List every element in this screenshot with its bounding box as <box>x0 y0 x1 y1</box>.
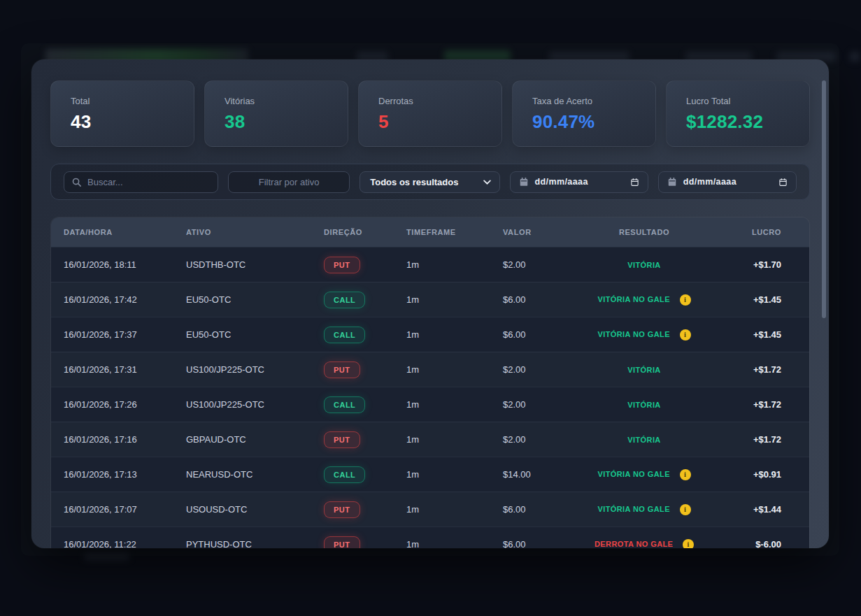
gale-info-icon[interactable]: i <box>680 329 691 341</box>
col-header-result: RESULTADO <box>571 228 718 236</box>
cell-datetime: 16/01/2026, 17:42 <box>51 294 173 305</box>
cell-value: $6.00 <box>490 504 571 515</box>
cell-datetime: 16/01/2026, 17:37 <box>51 329 173 340</box>
cell-timeframe: 1m <box>394 469 490 480</box>
cell-asset: PYTHUSD-OTC <box>173 539 311 548</box>
stat-card-losses: Derrotas 5 <box>358 80 502 147</box>
cell-value: $6.00 <box>490 294 571 305</box>
cell-timeframe: 1m <box>394 434 490 445</box>
trade-results-panel: Total 43 Vitórias 38 Derrotas 5 Taxa de … <box>31 59 829 548</box>
search-field[interactable] <box>64 171 218 193</box>
cell-datetime: 16/01/2026, 18:11 <box>51 259 173 270</box>
col-header-timeframe: TIMEFRAME <box>394 228 490 236</box>
scrollbar-thumb[interactable] <box>822 80 826 318</box>
table-row[interactable]: 16/01/2026, 17:26 US100/JP225-OTC CALL 1… <box>51 387 809 422</box>
col-header-datetime: DATA/HORA <box>51 228 173 236</box>
direction-badge: PUT <box>324 536 360 549</box>
table-row[interactable]: 16/01/2026, 17:16 GBPAUD-OTC PUT 1m $2.0… <box>51 422 809 457</box>
cell-value: $2.00 <box>490 259 571 270</box>
results-filter-select[interactable]: Todos os resultados <box>360 171 499 193</box>
col-header-value: VALOR <box>490 228 571 236</box>
date-to-input[interactable]: dd/mm/aaaa <box>658 171 797 193</box>
gale-info-icon[interactable]: i <box>683 539 694 548</box>
cell-datetime: 16/01/2026, 11:22 <box>51 539 173 548</box>
calendar-icon <box>667 177 677 187</box>
asset-filter-field[interactable] <box>228 171 350 193</box>
gale-info-icon[interactable]: i <box>680 504 691 515</box>
table-row[interactable]: 16/01/2026, 17:37 EU50-OTC CALL 1m $6.00… <box>51 317 809 352</box>
table-row[interactable]: 16/01/2026, 18:11 USDTHB-OTC PUT 1m $2.0… <box>51 247 809 282</box>
search-icon <box>71 177 82 187</box>
nav-item-blurred <box>850 52 860 62</box>
result-label: VITÓRIA NO GALE <box>598 470 670 478</box>
table-row[interactable]: 16/01/2026, 17:13 NEARUSD-OTC CALL 1m $1… <box>51 457 809 492</box>
cell-asset: US100/JP225-OTC <box>173 399 311 410</box>
date-from-value: dd/mm/aaaa <box>535 177 624 187</box>
filter-bar: Todos os resultados dd/mm/aaaa <box>50 164 810 200</box>
direction-badge: PUT <box>324 361 360 378</box>
result-label: VITÓRIA <box>627 261 660 269</box>
cell-timeframe: 1m <box>394 294 490 305</box>
cell-datetime: 16/01/2026, 17:26 <box>51 399 173 410</box>
calendar-picker-icon[interactable] <box>630 178 639 187</box>
stat-card-wins: Vitórias 38 <box>204 80 348 147</box>
calendar-picker-icon[interactable] <box>778 178 788 187</box>
stat-value: $1282.32 <box>686 111 790 133</box>
cell-profit: +$1.70 <box>718 259 809 270</box>
cell-profit: +$0.91 <box>718 469 809 480</box>
cell-profit: +$1.44 <box>718 504 809 515</box>
col-header-profit: LUCRO <box>718 228 809 236</box>
result-label: DERROTA NO GALE <box>595 540 673 548</box>
table-row[interactable]: 16/01/2026, 17:31 US100/JP225-OTC PUT 1m… <box>51 352 809 387</box>
asset-filter-input[interactable] <box>229 177 349 187</box>
gale-info-icon[interactable]: i <box>680 469 691 480</box>
cell-value: $2.00 <box>490 364 571 375</box>
cell-value: $2.00 <box>490 399 571 410</box>
table-body: 16/01/2026, 18:11 USDTHB-OTC PUT 1m $2.0… <box>51 247 809 548</box>
date-from-input[interactable]: dd/mm/aaaa <box>510 171 648 193</box>
col-header-asset: ATIVO <box>173 228 311 236</box>
result-label: VITÓRIA <box>627 366 660 374</box>
cell-asset: USOUSD-OTC <box>173 504 311 515</box>
cell-profit: +$1.72 <box>718 434 809 445</box>
cell-timeframe: 1m <box>394 539 490 548</box>
table-row[interactable]: 16/01/2026, 17:07 USOUSD-OTC PUT 1m $6.0… <box>51 492 809 527</box>
footer-item-blurred <box>84 552 129 561</box>
search-input[interactable] <box>87 177 211 187</box>
cell-timeframe: 1m <box>394 399 490 410</box>
col-header-direction: DIREÇÃO <box>311 228 394 236</box>
cell-asset: USDTHB-OTC <box>173 259 311 270</box>
cell-profit: +$1.45 <box>718 294 809 305</box>
stat-value: 43 <box>71 111 174 133</box>
cell-datetime: 16/01/2026, 17:31 <box>51 364 173 375</box>
cell-value: $2.00 <box>490 434 571 445</box>
cell-timeframe: 1m <box>394 504 490 515</box>
trades-table: DATA/HORA ATIVO DIREÇÃO TIMEFRAME VALOR … <box>50 217 810 548</box>
stat-value: 38 <box>225 111 328 133</box>
cell-profit: +$1.45 <box>718 329 809 340</box>
stat-label: Vitórias <box>225 96 328 106</box>
stat-label: Lucro Total <box>686 96 790 106</box>
table-row[interactable]: 16/01/2026, 17:42 EU50-OTC CALL 1m $6.00… <box>51 282 809 317</box>
cell-datetime: 16/01/2026, 17:16 <box>51 434 173 445</box>
result-label: VITÓRIA NO GALE <box>598 295 670 303</box>
cell-asset: US100/JP225-OTC <box>173 364 311 375</box>
cell-asset: GBPAUD-OTC <box>173 434 311 445</box>
gale-info-icon[interactable]: i <box>680 294 691 306</box>
table-row[interactable]: 16/01/2026, 11:22 PYTHUSD-OTC PUT 1m $6.… <box>51 527 809 548</box>
stat-label: Derrotas <box>378 96 482 106</box>
cell-timeframe: 1m <box>394 259 490 270</box>
direction-badge: PUT <box>324 501 360 518</box>
stat-card-total: Total 43 <box>50 80 194 147</box>
cell-timeframe: 1m <box>394 364 490 375</box>
cell-value: $14.00 <box>490 469 571 480</box>
stats-row: Total 43 Vitórias 38 Derrotas 5 Taxa de … <box>50 80 810 147</box>
stat-card-win-rate: Taxa de Acerto 90.47% <box>512 80 656 147</box>
cell-value: $6.00 <box>490 539 571 548</box>
stat-label: Taxa de Acerto <box>532 96 636 106</box>
result-label: VITÓRIA NO GALE <box>598 330 670 338</box>
cell-value: $6.00 <box>490 329 571 340</box>
stat-value: 90.47% <box>532 111 636 133</box>
cell-asset: NEARUSD-OTC <box>173 469 311 480</box>
cell-profit: $-6.00 <box>718 539 809 548</box>
